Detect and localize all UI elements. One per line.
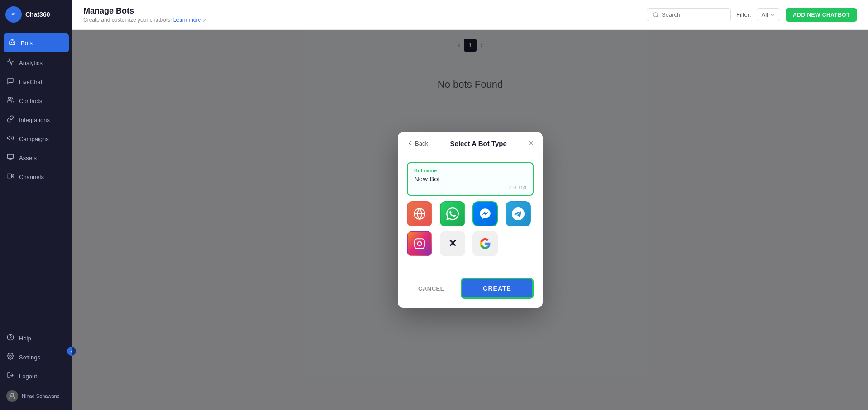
add-chatbot-button[interactable]: ADD NEW CHATBOT [786, 8, 857, 22]
platform-grid-row1 [407, 201, 534, 226]
svg-point-2 [11, 42, 12, 43]
settings-icon [6, 353, 14, 362]
analytics-icon [6, 58, 14, 67]
svg-rect-14 [415, 239, 424, 249]
svg-rect-6 [7, 154, 13, 158]
modal-title: Select A Bot Type [450, 140, 507, 147]
platform-twitter-button[interactable]: ✕ [440, 231, 465, 256]
topbar: Manage Bots Create and customize your ch… [72, 0, 868, 30]
main-content: Manage Bots Create and customize your ch… [72, 0, 868, 410]
sidebar-user: Ninad Sonawane [0, 386, 72, 406]
contacts-icon [6, 96, 14, 105]
platform-empty [506, 231, 534, 256]
assets-icon [6, 153, 14, 162]
sidebar-item-settings[interactable]: Settings [0, 348, 72, 367]
sidebar-item-help-label: Help [19, 335, 31, 342]
platform-grid-row2: ✕ [407, 231, 534, 256]
filter-label: Filter: [736, 11, 751, 18]
sidebar-item-help[interactable]: Help [0, 329, 72, 348]
sidebar-item-channels[interactable]: Channels [0, 167, 72, 186]
page-title: Manage Bots [83, 6, 207, 16]
cancel-button[interactable]: CANCEL [407, 281, 455, 297]
logo-text: Chat360 [25, 11, 50, 18]
chevron-down-icon [770, 12, 775, 18]
bot-name-field: Bot name 7 of 100 [407, 162, 534, 196]
bot-name-label: Bot name [414, 168, 526, 173]
sidebar-item-channels-label: Channels [19, 174, 44, 180]
topbar-left: Manage Bots Create and customize your ch… [83, 6, 207, 23]
channels-icon [6, 172, 14, 181]
svg-point-11 [653, 12, 658, 16]
campaigns-icon [6, 134, 14, 143]
topbar-right: Filter: All ADD NEW CHATBOT [647, 8, 857, 22]
sidebar-item-contacts[interactable]: Contacts [0, 91, 72, 110]
sidebar-bottom: Help Settings Logout Ninad Sonawane [0, 325, 72, 410]
sidebar-nav: Bots Analytics LiveChat Contacts Integra… [0, 29, 72, 325]
modal-body: Bot name 7 of 100 [398, 155, 543, 273]
bot-name-input[interactable] [414, 175, 526, 183]
svg-rect-1 [10, 41, 15, 45]
sidebar-item-campaigns-label: Campaigns [19, 136, 49, 142]
platform-web-button[interactable] [407, 201, 432, 226]
svg-point-10 [11, 393, 14, 396]
sidebar-item-campaigns[interactable]: Campaigns [0, 129, 72, 148]
integrations-icon [6, 115, 14, 124]
char-count: 7 of 100 [414, 185, 526, 190]
logo-icon [5, 6, 22, 23]
modal: Back Select A Bot Type × Bot name 7 of 1… [398, 132, 543, 308]
username: Ninad Sonawane [22, 393, 60, 399]
sidebar-item-analytics[interactable]: Analytics [0, 53, 72, 72]
bots-icon [8, 38, 16, 47]
platform-instagram-button[interactable] [407, 231, 432, 256]
svg-point-9 [10, 355, 11, 357]
filter-dropdown[interactable]: All [757, 8, 780, 21]
learn-more-link[interactable]: Learn more [173, 17, 201, 23]
sidebar-item-contacts-label: Contacts [19, 98, 42, 104]
svg-point-4 [8, 97, 10, 99]
modal-close-button[interactable]: × [529, 139, 534, 147]
avatar [6, 390, 18, 402]
sidebar: Chat360 Bots Analytics LiveChat Contacts [0, 0, 72, 410]
content-area: ‹ 1 › No bots Found Back Select A Bot Ty… [72, 30, 868, 410]
create-button[interactable]: CREATE [461, 278, 534, 299]
modal-footer: CANCEL CREATE [398, 273, 543, 308]
sidebar-item-integrations[interactable]: Integrations [0, 110, 72, 129]
svg-marker-5 [7, 136, 10, 140]
svg-point-3 [13, 42, 14, 43]
sidebar-item-integrations-label: Integrations [19, 117, 50, 123]
search-box[interactable] [647, 8, 731, 21]
svg-rect-7 [7, 174, 12, 178]
platform-google-button[interactable] [472, 231, 498, 256]
sidebar-item-bots-label: Bots [21, 40, 33, 47]
sidebar-item-livechat-label: LiveChat [19, 79, 42, 85]
sidebar-item-assets[interactable]: Assets [0, 148, 72, 167]
modal-header: Back Select A Bot Type × [398, 132, 543, 155]
modal-back-button[interactable]: Back [407, 140, 428, 147]
logo[interactable]: Chat360 [0, 0, 72, 29]
search-input[interactable] [662, 11, 725, 18]
platform-telegram-button[interactable] [506, 201, 531, 226]
platform-messenger-button[interactable] [472, 201, 498, 226]
sidebar-item-livechat[interactable]: LiveChat [0, 72, 72, 91]
svg-point-0 [10, 10, 18, 19]
page-subtitle: Create and customize your chatbots! Lear… [83, 17, 207, 23]
platform-whatsapp-button[interactable] [440, 201, 465, 226]
livechat-icon [6, 77, 14, 86]
sidebar-item-logout[interactable]: Logout [0, 367, 72, 386]
search-icon [653, 12, 659, 18]
back-arrow-icon [407, 140, 413, 146]
help-icon [6, 334, 14, 343]
modal-overlay: Back Select A Bot Type × Bot name 7 of 1… [72, 30, 868, 410]
sidebar-item-assets-label: Assets [19, 155, 37, 161]
sidebar-item-logout-label: Logout [19, 373, 37, 380]
sidebar-item-bots[interactable]: Bots [4, 33, 69, 52]
logout-icon [6, 372, 14, 381]
sidebar-item-analytics-label: Analytics [19, 60, 43, 66]
sidebar-item-settings-label: Settings [19, 354, 40, 361]
